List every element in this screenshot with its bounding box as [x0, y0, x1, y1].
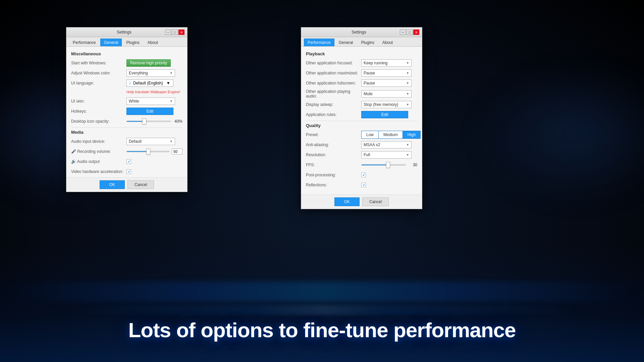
help-translate-link[interactable]: Help translate Wallpaper Engine! — [126, 90, 180, 94]
preset-control: Low Medium High — [361, 131, 421, 139]
ui-language-arrow: ▼ — [166, 81, 170, 85]
display-asleep-label: Display asleep: — [306, 102, 361, 107]
app-focused-control: Keep running ▼ — [361, 59, 417, 67]
fps-slider-container: 30 — [361, 163, 417, 167]
resolution-value: Full — [364, 153, 370, 157]
app-fullscreen-dropdown[interactable]: Pause ▼ — [361, 79, 412, 87]
app-audio-row: Other application playing audio: Mute ▼ — [306, 89, 417, 99]
resolution-arrow: ▼ — [406, 153, 409, 157]
audio-input-label: Audio input device: — [71, 139, 126, 144]
post-processing-row: Post-processing: — [306, 171, 417, 179]
bg-streak2 — [0, 305, 644, 315]
preset-medium-button[interactable]: Medium — [378, 131, 403, 139]
right-tab-general[interactable]: General — [335, 39, 357, 46]
ui-skin-label: UI skin: — [71, 99, 126, 104]
hotkeys-label: Hotkeys: — [71, 109, 126, 114]
audio-input-value: Default — [129, 139, 142, 144]
post-processing-checkbox[interactable] — [361, 173, 366, 177]
app-maximized-row: Other application maximized: Pause ▼ — [306, 69, 417, 77]
left-maximize-button[interactable]: □ — [172, 29, 178, 35]
remove-high-priority-button[interactable]: Remove high priority — [126, 59, 171, 67]
app-maximized-value: Pause — [364, 71, 375, 75]
adjust-windows-color-arrow: ▼ — [170, 71, 173, 75]
audio-output-control — [126, 159, 182, 164]
display-asleep-control: Stop (free memory) ▼ — [361, 101, 417, 108]
left-tab-about[interactable]: About — [144, 39, 162, 46]
audio-output-checkbox[interactable] — [126, 159, 131, 164]
desktop-icon-opacity-thumb[interactable] — [142, 118, 146, 124]
fps-label: FPS: — [306, 163, 361, 167]
right-tab-plugins[interactable]: Plugins — [357, 39, 378, 46]
adjust-windows-color-dropdown[interactable]: Everything ▼ — [126, 69, 175, 77]
right-close-button[interactable]: ✕ — [413, 29, 419, 35]
preset-label: Preset: — [306, 132, 361, 137]
right-dialog-title: Settings — [318, 30, 400, 35]
desktop-icon-opacity-value: 40% — [173, 119, 182, 124]
resolution-row: Resolution: Full ▼ — [306, 151, 417, 159]
left-tab-performance[interactable]: Performance — [69, 39, 100, 46]
ui-skin-value: White — [129, 99, 139, 104]
recording-volume-track[interactable] — [126, 151, 170, 152]
audio-input-row: Audio input device: Default ▼ — [71, 137, 182, 145]
display-asleep-value: Stop (free memory) — [364, 102, 398, 107]
audio-input-dropdown[interactable]: Default ▼ — [126, 138, 175, 145]
right-minimize-button[interactable]: ─ — [400, 29, 406, 35]
recording-volume-thumb[interactable] — [146, 148, 150, 155]
ui-language-label: UI language: — [71, 81, 126, 85]
right-tab-performance[interactable]: Performance — [304, 39, 334, 46]
preset-row: Preset: Low Medium High — [306, 131, 417, 139]
left-minimize-button[interactable]: ─ — [165, 29, 171, 35]
app-audio-dropdown[interactable]: Mute ▼ — [361, 90, 412, 98]
ui-language-control: ✓ Default (English) ▼ — [126, 79, 182, 87]
speaker-icon: 🔊 — [71, 159, 76, 164]
app-rules-edit-button[interactable]: Edit — [361, 111, 408, 118]
ui-skin-dropdown[interactable]: White ▼ — [126, 98, 175, 105]
app-audio-control: Mute ▼ — [361, 90, 417, 98]
preset-high-button[interactable]: High — [403, 131, 421, 139]
app-audio-value: Mute — [364, 92, 373, 96]
bg-streak1 — [0, 282, 644, 302]
desktop-icon-opacity-track[interactable] — [126, 121, 171, 122]
preset-low-button[interactable]: Low — [361, 131, 378, 139]
right-cancel-button[interactable]: Cancel — [362, 197, 389, 206]
anti-aliasing-arrow: ▼ — [406, 143, 409, 146]
resolution-dropdown[interactable]: Full ▼ — [361, 151, 412, 159]
left-dialog-footer: OK Cancel — [66, 177, 187, 192]
left-close-button[interactable]: ✕ — [178, 29, 184, 35]
video-hw-accel-checkbox[interactable] — [126, 169, 131, 174]
ui-language-dropdown[interactable]: ✓ Default (English) ▼ — [126, 79, 173, 87]
left-tab-general[interactable]: General — [100, 39, 122, 46]
left-dialog-content: Miscellaneous Start with Windows: Remove… — [66, 47, 187, 177]
app-maximized-dropdown[interactable]: Pause ▼ — [361, 69, 412, 77]
right-tab-about[interactable]: About — [379, 39, 396, 46]
left-cancel-button[interactable]: Cancel — [127, 180, 154, 189]
fps-control: 30 — [361, 163, 417, 167]
anti-aliasing-dropdown[interactable]: MSAA x2 ▼ — [361, 141, 412, 148]
anti-aliasing-row: Anti-aliasing: MSAA x2 ▼ — [306, 141, 417, 149]
right-ok-button[interactable]: OK — [334, 197, 360, 206]
app-maximized-control: Pause ▼ — [361, 69, 417, 77]
desktop-icon-opacity-row: Desktop icon opacity: 40% — [71, 117, 182, 125]
media-header: Media — [71, 130, 182, 135]
start-with-windows-row: Start with Windows: Remove high priority — [71, 59, 182, 67]
hotkeys-edit-button[interactable]: Edit — [126, 108, 173, 115]
fps-track[interactable] — [361, 164, 406, 166]
right-titlebar: Settings ─ □ ✕ — [301, 27, 422, 37]
left-ok-button[interactable]: OK — [100, 180, 125, 189]
left-tab-plugins[interactable]: Plugins — [122, 39, 143, 46]
app-fullscreen-row: Other application fullscreen: Pause ▼ — [306, 79, 417, 87]
fps-thumb[interactable] — [386, 162, 390, 168]
recording-volume-input[interactable] — [172, 148, 182, 155]
resolution-label: Resolution: — [306, 153, 361, 157]
display-asleep-dropdown[interactable]: Stop (free memory) ▼ — [361, 101, 412, 108]
fps-value: 30 — [408, 163, 417, 167]
recording-volume-row: 🎤 Recording volume: — [71, 147, 182, 156]
bottom-text: Lots of options to fine-tune performance — [0, 318, 644, 342]
right-maximize-button[interactable]: □ — [407, 29, 413, 35]
reflections-checkbox[interactable] — [361, 183, 366, 187]
display-asleep-row: Display asleep: Stop (free memory) ▼ — [306, 101, 417, 109]
app-fullscreen-control: Pause ▼ — [361, 79, 417, 87]
video-hw-accel-row: Video hardware acceleration: — [71, 168, 182, 174]
app-focused-dropdown[interactable]: Keep running ▼ — [361, 59, 412, 67]
app-fullscreen-arrow: ▼ — [406, 81, 409, 85]
